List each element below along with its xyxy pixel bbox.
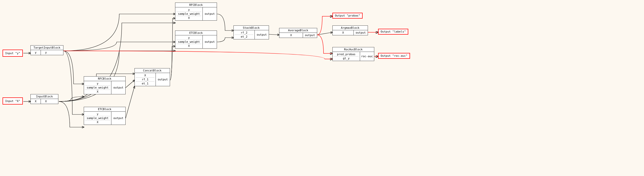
rfc-top-output: output <box>203 7 217 20</box>
roc-auc-block-title: RocAucBlock <box>333 47 374 52</box>
target-input-block-ports: y y <box>31 50 63 55</box>
concat-inputs: X rf_1 et_1 <box>135 73 156 86</box>
input-block-ports: X X <box>31 99 58 104</box>
argmax-input: X <box>333 30 354 35</box>
input-x-box: Input "X" <box>3 97 23 105</box>
etc-top-output: output <box>203 35 217 48</box>
etc-bottom-inputs: y sample_weight X <box>84 112 111 125</box>
rfc-bottom-inputs: y sample_weight X <box>84 81 111 94</box>
etc-bottom-output: output <box>111 112 125 125</box>
rfc-bottom-output: output <box>111 81 125 94</box>
rfc-block-bottom-ports: y sample_weight X output <box>84 81 125 94</box>
etc-block-top-ports: y sample_weight X output <box>175 35 217 48</box>
etc-block-bottom-title: ETCBlock <box>84 107 125 112</box>
input-block-title: InputBlock <box>31 94 58 99</box>
port-y-in: y <box>31 50 41 55</box>
port-x-out: X <box>41 99 51 104</box>
rfc-block-top-ports: y sample_weight X output <box>175 7 217 20</box>
etc-block-top: ETCBlock y sample_weight X output <box>175 31 217 49</box>
target-input-block-title: TargetInputBlock <box>31 46 63 50</box>
concat-block-ports: X rf_1 et_1 output <box>135 73 170 86</box>
etc-block-top-title: ETCBlock <box>175 31 217 35</box>
port-x-in: X <box>31 99 41 104</box>
stack-block-title: StackBlock <box>234 26 269 30</box>
argmax-block-ports: X output <box>333 30 368 35</box>
stack-block: StackBlock rf_2 et_2 output <box>233 25 269 39</box>
average-block-ports: X output <box>279 33 317 38</box>
etc-block-bottom-ports: y sample_weight X output <box>84 112 125 125</box>
input-block: InputBlock X X <box>30 94 58 104</box>
main-canvas: Input "y" Input "X" TargetInputBlock y y… <box>0 0 644 176</box>
concat-block: ConcatBlock X rf_1 et_1 output <box>134 68 170 86</box>
roc-auc-block-ports: pred_probas gt_y roc-auc <box>333 52 374 61</box>
argmax-output: output <box>354 30 368 35</box>
target-input-block: TargetInputBlock y y <box>30 45 63 55</box>
rfc-block-top: RFCBlock y sample_weight X output <box>175 3 217 21</box>
stack-output: output <box>255 30 269 39</box>
input-y-box: Input "y" <box>3 50 23 57</box>
average-output: output <box>303 33 317 38</box>
rfc-top-inputs: y sample_weight X <box>175 7 203 20</box>
output-roc-auc-box: Output "roc-auc" <box>378 53 410 59</box>
roc-auc-block: RocAucBlock pred_probas gt_y roc-auc <box>332 47 374 61</box>
average-block-title: AverageBlock <box>279 28 317 33</box>
concat-block-title: ConcatBlock <box>135 68 170 73</box>
roc-output: roc-auc <box>360 52 374 61</box>
roc-inputs: pred_probas gt_y <box>333 52 360 61</box>
stack-inputs: rf_2 et_2 <box>234 30 255 39</box>
argmax-block-title: ArgmaxBlock <box>333 26 368 30</box>
argmax-block: ArgmaxBlock X output <box>332 25 368 35</box>
rfc-block-bottom-title: RFCBlock <box>84 77 125 81</box>
port-y-out: y <box>41 50 51 55</box>
rfc-block-top-title: RFCBlock <box>175 3 217 7</box>
concat-output: output <box>156 73 170 86</box>
output-labels-box: Output "labels" <box>378 29 408 35</box>
average-input: X <box>279 33 303 38</box>
output-probas-box: Output "probas" <box>332 13 363 19</box>
etc-block-bottom: ETCBlock y sample_weight X output <box>84 107 126 125</box>
stack-block-ports: rf_2 et_2 output <box>234 30 269 39</box>
etc-top-inputs: y sample_weight X <box>175 35 203 48</box>
average-block: AverageBlock X output <box>279 28 317 38</box>
rfc-block-bottom: RFCBlock y sample_weight X output <box>84 76 126 94</box>
